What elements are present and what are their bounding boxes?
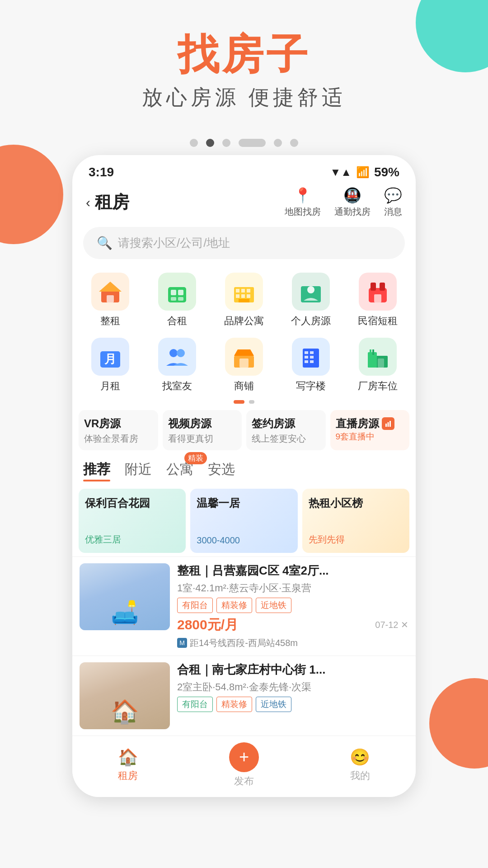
listing-item-2[interactable]: 合租｜南七家庄村中心街 1... 2室主卧·54.8m²·金泰先锋·次渠 有阳台…: [72, 656, 416, 736]
promo-card-3[interactable]: 热租小区榜 先到先得: [302, 489, 409, 553]
svg-rect-4: [171, 290, 176, 295]
svg-rect-27: [239, 359, 249, 368]
listing-info-2: 2室主卧·54.8m²·金泰先锋·次渠: [177, 680, 408, 694]
plus-icon: +: [239, 747, 249, 767]
back-button[interactable]: ‹: [86, 195, 90, 210]
tag-decor-1: 精装修: [216, 598, 252, 613]
svg-rect-42: [389, 421, 391, 427]
svg-rect-15: [239, 299, 249, 302]
bottom-nav: 🏠 租房 + 发布 😊 我的: [72, 736, 416, 797]
profile-nav-icon: 😊: [350, 748, 370, 767]
vr-feature-card[interactable]: VR房源 体验全景看房: [79, 410, 158, 450]
room-illustration: [80, 662, 170, 729]
category-item-personal[interactable]: 个人房源: [277, 270, 344, 330]
sign-feature-card[interactable]: 签约房源 线上签更安心: [246, 410, 326, 450]
promo-card-3-title: 热租小区榜: [309, 496, 403, 510]
svg-rect-40: [385, 424, 387, 427]
promo-card-2[interactable]: 温馨一居 3000-4000: [190, 489, 297, 553]
personal-label: 个人房源: [291, 314, 331, 328]
tab-curated[interactable]: 安选: [208, 460, 235, 481]
office-label: 写字楼: [296, 379, 326, 393]
video-title: 视频房源: [168, 416, 237, 431]
promo-card-1[interactable]: 保利百合花园 优雅三居: [79, 489, 186, 553]
category-item-zhengzu[interactable]: 整租: [77, 270, 144, 330]
svg-rect-37: [370, 349, 371, 355]
search-bar[interactable]: 🔍 请搜索小区/公司/地址: [83, 227, 405, 259]
svg-rect-32: [310, 356, 314, 359]
bottom-nav-profile[interactable]: 😊 我的: [350, 748, 370, 783]
svg-rect-38: [372, 349, 374, 355]
live-title: 直播房源: [336, 416, 404, 431]
svg-rect-21: [374, 294, 381, 302]
svg-text:月: 月: [104, 352, 116, 366]
commute-search-button[interactable]: 🚇 通勤找房: [334, 187, 371, 218]
live-badge-icon: [382, 417, 394, 430]
shop-icon: [225, 338, 263, 376]
map-label: 地图找房: [285, 206, 321, 218]
listing-img-2: [80, 662, 170, 729]
dot-3: [222, 139, 230, 147]
category-item-office[interactable]: 写字楼: [277, 335, 344, 396]
shop-label: 商铺: [234, 379, 254, 393]
message-button[interactable]: 💬 消息: [384, 187, 402, 218]
page-subtitle: 放心房源 便捷舒适: [0, 84, 488, 112]
promo-card-3-sub: 先到先得: [309, 533, 403, 546]
minsu-label: 民宿短租: [358, 314, 398, 328]
svg-rect-39: [378, 359, 384, 368]
sofa-illustration: [80, 563, 170, 630]
metro-icon-1: M: [177, 638, 187, 648]
svg-rect-9: [236, 289, 239, 292]
promo-cards: 保利百合花园 优雅三居 温馨一居 3000-4000 热租小区榜 先到先得: [72, 484, 416, 557]
hezi-label: 合租: [167, 314, 187, 328]
tab-recommend[interactable]: 推荐: [83, 460, 110, 481]
category-item-minsu[interactable]: 民宿短租: [344, 270, 411, 330]
live-feature-card[interactable]: 直播房源 9套直播中: [330, 410, 410, 450]
search-icon: 🔍: [97, 236, 113, 250]
listing-price-1: 2800元/月: [177, 616, 238, 634]
battery-text: 59%: [374, 165, 399, 179]
listing-metro-1: M 距14号线西段-西局站458m: [177, 637, 408, 649]
personal-icon: [292, 273, 330, 311]
svg-rect-19: [371, 283, 376, 291]
tab-apartment[interactable]: 公寓 精装: [166, 460, 193, 481]
category-item-roommate[interactable]: 找室友: [144, 335, 211, 396]
listing-info-1: 1室·42.1m²·慈云寺小区·玉泉营: [177, 581, 408, 595]
svg-point-25: [177, 349, 185, 357]
category-item-brand[interactable]: 品牌公寓: [211, 270, 277, 330]
status-icons: ▼▲ 📶 59%: [330, 165, 399, 179]
rent-nav-icon: 🏠: [118, 748, 138, 767]
phone-frame: 3:19 ▼▲ 📶 59% ‹ 租房 📍 地图找房 🚇 通勤找房 💬 消息: [72, 155, 416, 797]
page-indicator: [72, 400, 416, 404]
video-desc: 看得更真切: [168, 433, 237, 445]
svg-rect-29: [305, 351, 308, 354]
video-feature-card[interactable]: 视频房源 看得更真切: [163, 410, 242, 450]
listing-price-row-1: 2800元/月 07-12 ✕: [177, 616, 408, 634]
svg-rect-12: [236, 294, 239, 298]
rent-nav-label: 租房: [118, 769, 138, 783]
apartment-badge: 精装: [184, 452, 207, 464]
page-dot-1: [234, 400, 244, 404]
svg-rect-7: [178, 297, 183, 301]
listing-title-1: 整租｜吕营嘉园C区 4室2厅...: [177, 563, 408, 579]
sign-desc: 线上签更安心: [252, 433, 320, 445]
listing-item-1[interactable]: 整租｜吕营嘉园C区 4室2厅... 1室·42.1m²·慈云寺小区·玉泉营 有阳…: [72, 557, 416, 656]
category-item-shop[interactable]: 商铺: [211, 335, 277, 396]
tag-decor-2: 精装修: [216, 697, 252, 712]
factory-label: 厂房车位: [358, 379, 398, 393]
commute-icon: 🚇: [343, 187, 361, 204]
feature-row: VR房源 体验全景看房 视频房源 看得更真切 签约房源 线上签更安心 直播房源 …: [72, 406, 416, 454]
map-search-button[interactable]: 📍 地图找房: [285, 187, 321, 218]
message-icon: 💬: [384, 187, 402, 204]
page-dot-2: [249, 400, 254, 404]
listing-img-1: [80, 563, 170, 630]
category-item-factory[interactable]: 厂房车位: [344, 335, 411, 396]
tab-nearby[interactable]: 附近: [125, 460, 152, 481]
category-item-hezi[interactable]: 合租: [144, 270, 211, 330]
publish-add-button[interactable]: +: [229, 742, 259, 772]
bottom-nav-rent[interactable]: 🏠 租房: [118, 748, 138, 783]
category-item-monthly[interactable]: 月 月租: [77, 335, 144, 396]
bottom-nav-publish[interactable]: + 发布: [229, 742, 259, 788]
listing-title-2: 合租｜南七家庄村中心街 1...: [177, 662, 408, 678]
roommate-icon: [158, 338, 196, 376]
svg-rect-20: [380, 283, 385, 291]
